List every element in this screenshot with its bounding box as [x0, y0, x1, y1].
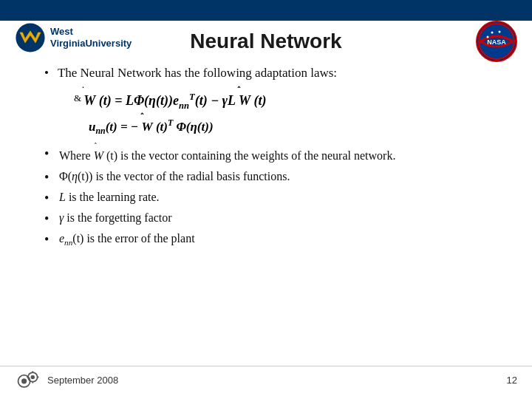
- svg-point-5: [491, 32, 494, 34]
- svg-point-9: [21, 378, 27, 383]
- footer-logo-area: September 2008: [15, 366, 118, 393]
- slide-title: Neural Network: [190, 30, 341, 52]
- slide: West VirginiaUniversity NASA Neural Netw…: [0, 0, 532, 399]
- list-item: L is the learning rate.: [44, 188, 488, 206]
- svg-point-11: [31, 375, 35, 379]
- wvu-emblem-icon: [15, 22, 46, 53]
- content-area: • The Neural Network has the following a…: [0, 56, 532, 259]
- footer: September 2008 12: [0, 366, 532, 393]
- header-bar: [0, 0, 532, 21]
- svg-text:NASA: NASA: [487, 38, 506, 46]
- list-item: Where ̂ W (t) is the vector containing t…: [44, 144, 488, 165]
- equation-1: & ̇ W (t) = LΦ(η(t))ennT(t) − γL ̂ W (t): [74, 89, 488, 112]
- footer-page: 12: [507, 375, 517, 386]
- gear-icon: [15, 366, 41, 393]
- wvu-logo: West VirginiaUniversity: [15, 22, 132, 53]
- equations-block: & ̇ W (t) = LΦ(η(t))ennT(t) − γL ̂ W (t): [74, 89, 488, 137]
- bullet-list: Where ̂ W (t) is the vector containing t…: [44, 144, 488, 249]
- svg-point-0: [16, 23, 44, 52]
- footer-date: September 2008: [47, 375, 118, 386]
- list-item: enn(t) is the error of the plant: [44, 230, 488, 249]
- list-item: γ is the forgetting factor: [44, 209, 488, 227]
- nasa-logo: NASA: [476, 21, 517, 62]
- intro-bullet: • The Neural Network has the following a…: [44, 64, 488, 83]
- equation-2: unn(t) = − ̂ W (t)T Φ(η(t)): [89, 115, 488, 137]
- svg-point-6: [499, 31, 501, 33]
- list-item: Φ(η(t)) is the vector of the radial basi…: [44, 168, 488, 185]
- wvu-text: West VirginiaUniversity: [50, 26, 132, 49]
- nasa-logo-icon: NASA: [477, 22, 516, 61]
